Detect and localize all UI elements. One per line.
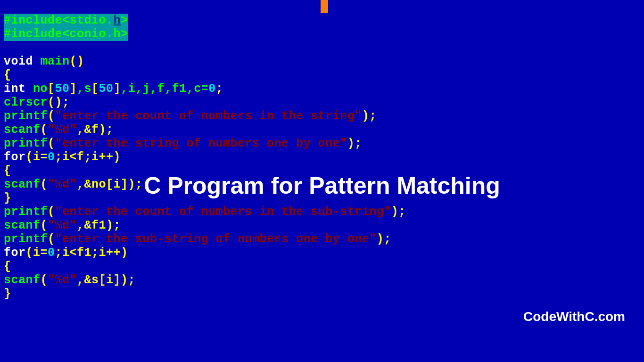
- watermark: CodeWithC.com: [523, 309, 625, 324]
- code-area: #include<stdio.h> #include<conio.h> void…: [4, 0, 406, 301]
- include-line-1: #include<stdio.h>: [4, 14, 128, 27]
- turboc-editor: #include<stdio.h> #include<conio.h> void…: [0, 0, 644, 362]
- overlay-title: C Program for Pattern Matching: [0, 172, 644, 199]
- include-line-2: #include<conio.h>: [4, 27, 128, 41]
